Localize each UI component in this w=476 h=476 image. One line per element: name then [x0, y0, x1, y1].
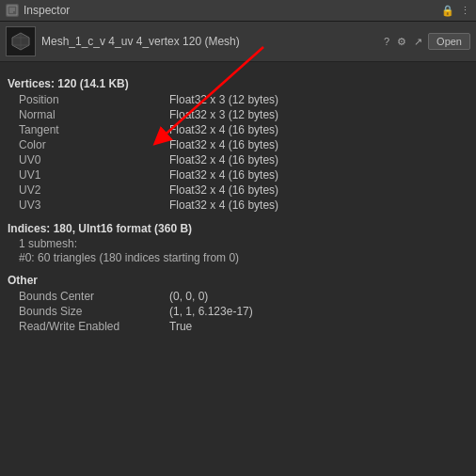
vertex-attr-label: UV1	[19, 168, 169, 182]
vertex-attribute-row: UV3 Float32 x 4 (16 bytes)	[8, 198, 468, 213]
mesh-header: Mesh_1_c_v 4_uv 4_vertex 120 (Mesh) ? ⚙ …	[0, 22, 476, 62]
mesh-header-left: Mesh_1_c_v 4_uv 4_vertex 120 (Mesh)	[6, 26, 240, 56]
vertex-attr-label: UV0	[19, 153, 169, 167]
vertex-attr-value: Float32 x 4 (16 bytes)	[169, 123, 278, 136]
mesh-thumbnail	[6, 26, 36, 56]
vertex-attr-label: Tangent	[19, 123, 169, 136]
vertex-attr-label: UV3	[19, 198, 169, 212]
vertex-attr-label: UV2	[19, 183, 169, 197]
menu-icon[interactable]: ⋮	[460, 5, 470, 17]
title-bar-controls: 🔒 ⋮	[441, 5, 470, 17]
other-property-row: Bounds Size (1, 1, 6.123e-17)	[8, 304, 468, 319]
vertices-section-header: Vertices: 120 (14.1 KB)	[8, 77, 468, 90]
vertex-attr-value: Float32 x 4 (16 bytes)	[169, 138, 278, 151]
vertex-attr-value: Float32 x 4 (16 bytes)	[169, 183, 278, 197]
vertex-attribute-row: UV0 Float32 x 4 (16 bytes)	[8, 152, 468, 167]
content-area: Vertices: 120 (14.1 KB) Position Float32…	[0, 62, 476, 341]
indices-section-header: Indices: 180, UInt16 format (360 B)	[8, 222, 468, 235]
mesh-header-right: ? ⚙ ↗ Open	[382, 33, 470, 50]
title-bar: Inspector 🔒 ⋮	[0, 0, 476, 22]
vertex-attr-value: Float32 x 4 (16 bytes)	[169, 153, 278, 167]
vertex-attribute-row: Color Float32 x 4 (16 bytes)	[8, 137, 468, 152]
help-icon[interactable]: ?	[382, 34, 391, 49]
vertex-attribute-row: UV2 Float32 x 4 (16 bytes)	[8, 182, 468, 198]
other-prop-label: Bounds Center	[19, 290, 169, 303]
vertex-attr-value: Float32 x 4 (16 bytes)	[169, 168, 278, 182]
other-prop-value: (1, 1, 6.123e-17)	[169, 305, 253, 318]
vertex-attribute-row: Position Float32 x 3 (12 bytes)	[8, 92, 468, 107]
inspector-icon	[6, 4, 19, 17]
other-property-row: Bounds Center (0, 0, 0)	[8, 289, 468, 304]
open-button[interactable]: Open	[428, 33, 470, 50]
inspector-title: Inspector	[24, 4, 70, 17]
submesh-detail: #0: 60 triangles (180 indices starting f…	[8, 251, 468, 264]
other-prop-value: (0, 0, 0)	[169, 290, 208, 303]
vertex-attr-value: Float32 x 4 (16 bytes)	[169, 198, 278, 212]
title-bar-left: Inspector	[6, 4, 70, 17]
other-rows: Bounds Center (0, 0, 0) Bounds Size (1, …	[8, 289, 468, 334]
vertex-attr-label: Color	[19, 138, 169, 151]
lock-icon[interactable]: 🔒	[441, 5, 454, 17]
other-prop-label: Read/Write Enabled	[19, 320, 169, 333]
submesh-label: 1 submesh:	[8, 237, 468, 250]
mesh-name: Mesh_1_c_v 4_uv 4_vertex 120 (Mesh)	[41, 35, 240, 48]
vertices-rows: Position Float32 x 3 (12 bytes) Normal F…	[8, 92, 468, 213]
other-property-row: Read/Write Enabled True	[8, 319, 468, 334]
pin-icon[interactable]: ↗	[412, 34, 424, 50]
other-prop-value: True	[169, 320, 192, 333]
vertex-attr-value: Float32 x 3 (12 bytes)	[169, 93, 278, 106]
vertex-attr-label: Position	[19, 93, 169, 106]
other-section-header: Other	[8, 274, 468, 287]
vertex-attribute-row: UV1 Float32 x 4 (16 bytes)	[8, 167, 468, 182]
vertex-attr-value: Float32 x 3 (12 bytes)	[169, 108, 278, 121]
other-prop-label: Bounds Size	[19, 305, 169, 318]
vertex-attribute-row: Tangent Float32 x 4 (16 bytes)	[8, 122, 468, 137]
settings-icon[interactable]: ⚙	[395, 34, 408, 50]
vertex-attr-label: Normal	[19, 108, 169, 121]
vertex-attribute-row: Normal Float32 x 3 (12 bytes)	[8, 107, 468, 122]
